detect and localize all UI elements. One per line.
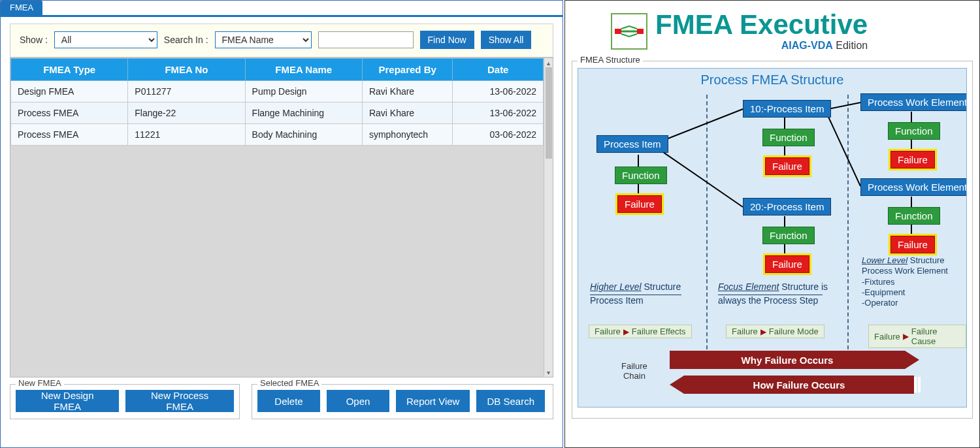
brand-title: FMEA Executive	[655, 11, 868, 39]
col-no[interactable]: FMEA No	[128, 59, 245, 81]
find-now-button[interactable]: Find Now	[420, 31, 474, 49]
structure-legend: FMEA Structure	[578, 55, 643, 65]
cell: Body Machining	[245, 124, 362, 146]
node-process-10: 10:-Process Item	[743, 100, 831, 118]
brand-logo-icon	[611, 13, 647, 50]
structure-fieldset: FMEA Structure Process FMEA Structure	[572, 61, 973, 419]
cell: P011277	[128, 81, 245, 103]
why-failure-arrow: Why Failure Occurs	[670, 351, 905, 369]
selected-fmea-legend: Selected FMEA	[257, 378, 321, 388]
show-select[interactable]: All	[54, 31, 157, 48]
search-input[interactable]	[318, 31, 414, 48]
tab-fmea[interactable]: FMEA	[1, 1, 42, 15]
svg-line-5	[621, 34, 629, 37]
scroll-down-icon[interactable]: ▾	[545, 368, 553, 377]
node-failure: Failure	[765, 255, 809, 273]
tab-strip: FMEA	[1, 1, 563, 15]
table-row[interactable]: Process FMEA Flange-22 Flange Machining …	[11, 103, 544, 124]
node-failure: Failure	[765, 157, 809, 175]
fmea-list-window: FMEA Show : All Search In : FMEA Name Fi…	[0, 0, 563, 448]
cell: 13-06-2022	[453, 103, 544, 124]
search-in-select[interactable]: FMEA Name	[215, 31, 312, 48]
chip-failure-cause: Failure▶Failure Cause	[868, 325, 966, 348]
svg-line-8	[663, 152, 743, 207]
svg-rect-1	[637, 29, 644, 34]
arrow-left-icon	[670, 376, 684, 394]
node-pwe: Process Work Element	[860, 178, 967, 196]
focus-element-caption: Focus Element Structure is always the Pr…	[718, 281, 828, 306]
higher-level-caption: Higher Level Structure Process Item	[590, 281, 681, 306]
diagram-title: Process FMEA Structure	[578, 72, 966, 88]
chevron-right-icon: ▶	[623, 327, 629, 336]
svg-line-3	[621, 26, 629, 29]
new-fmea-legend: New FMEA	[16, 378, 64, 388]
scroll-thumb[interactable]	[546, 67, 552, 159]
cell: Ravi Khare	[362, 103, 453, 124]
brand-subtitle: AIAG-VDA Edition	[655, 40, 868, 52]
brand-row: FMEA Executive AIAG-VDA Edition	[611, 11, 973, 52]
node-failure: Failure	[617, 195, 662, 213]
svg-line-9	[828, 103, 860, 109]
new-fmea-fieldset: New FMEA New Design FMEA New Process FME…	[10, 384, 240, 419]
column-divider	[847, 95, 849, 356]
selected-fmea-fieldset: Selected FMEA Delete Open Report View DB…	[252, 384, 553, 419]
node-failure: Failure	[890, 151, 935, 168]
process-fmea-diagram: Process FMEA Structure	[578, 68, 967, 408]
delete-button[interactable]: Delete	[257, 390, 320, 412]
cell: Ravi Khare	[362, 81, 453, 103]
vertical-scrollbar[interactable]: ▴ ▾	[544, 58, 553, 377]
cell: 03-06-2022	[453, 124, 544, 146]
svg-line-4	[629, 26, 637, 29]
cell: Flange Machining	[245, 103, 362, 124]
cell: 11221	[128, 124, 245, 146]
node-pwe: Process Work Element	[860, 93, 967, 111]
column-divider	[706, 95, 708, 356]
arrow-right-icon	[905, 351, 919, 369]
db-search-button[interactable]: DB Search	[476, 390, 545, 412]
node-function: Function	[888, 122, 940, 140]
cell: symphonytech	[362, 124, 453, 146]
cell: 13-06-2022	[453, 81, 544, 103]
header-row: FMEA Type FMEA No FMEA Name Prepared By …	[11, 59, 544, 81]
svg-line-7	[663, 109, 743, 140]
fmea-grid: FMEA Type FMEA No FMEA Name Prepared By …	[10, 57, 553, 377]
show-label: Show :	[20, 35, 48, 45]
chip-failure-mode: Failure▶Failure Mode	[726, 325, 825, 338]
brand-panel: FMEA Executive AIAG-VDA Edition FMEA Str…	[564, 0, 980, 448]
table-row[interactable]: Process FMEA 11221 Body Machining sympho…	[11, 124, 544, 146]
cell: Process FMEA	[11, 103, 128, 124]
node-process-20: 20:-Process Item	[743, 198, 831, 216]
col-by[interactable]: Prepared By	[362, 59, 453, 81]
failure-chain-label: FailureChain	[621, 361, 647, 381]
node-function: Function	[762, 129, 815, 146]
report-view-button[interactable]: Report View	[396, 390, 470, 412]
svg-rect-0	[615, 29, 621, 34]
node-function: Function	[762, 227, 815, 244]
chevron-right-icon: ▶	[760, 327, 766, 336]
cell: Process FMEA	[11, 124, 128, 146]
open-button[interactable]: Open	[327, 390, 389, 412]
node-failure: Failure	[890, 236, 935, 253]
node-function: Function	[615, 167, 667, 184]
bottom-actions: New FMEA New Design FMEA New Process FME…	[10, 377, 553, 419]
col-name[interactable]: FMEA Name	[245, 59, 362, 81]
col-type[interactable]: FMEA Type	[11, 59, 128, 81]
chevron-right-icon: ▶	[903, 332, 909, 341]
chip-failure-effects: Failure▶Failure Effects	[589, 325, 692, 338]
new-design-fmea-button[interactable]: New Design FMEA	[16, 390, 119, 412]
node-function: Function	[888, 207, 940, 225]
search-in-label: Search In :	[164, 35, 208, 45]
cell: Design FMEA	[11, 81, 128, 103]
how-failure-arrow: How Failure Occurs	[684, 376, 914, 394]
table-row[interactable]: Design FMEA P011277 Pump Design Ravi Kha…	[11, 81, 544, 103]
col-date[interactable]: Date	[453, 59, 544, 81]
grid-body: FMEA Type FMEA No FMEA Name Prepared By …	[10, 58, 544, 377]
show-all-button[interactable]: Show All	[481, 31, 532, 49]
new-process-fmea-button[interactable]: New Process FMEA	[125, 390, 234, 412]
filter-bar: Show : All Search In : FMEA Name Find No…	[10, 24, 553, 57]
svg-line-6	[629, 34, 637, 37]
scroll-up-icon[interactable]: ▴	[545, 58, 553, 67]
svg-line-10	[828, 116, 860, 186]
cell: Pump Design	[245, 81, 362, 103]
lower-level-caption: Lower Level Structure Process Work Eleme…	[862, 255, 948, 308]
